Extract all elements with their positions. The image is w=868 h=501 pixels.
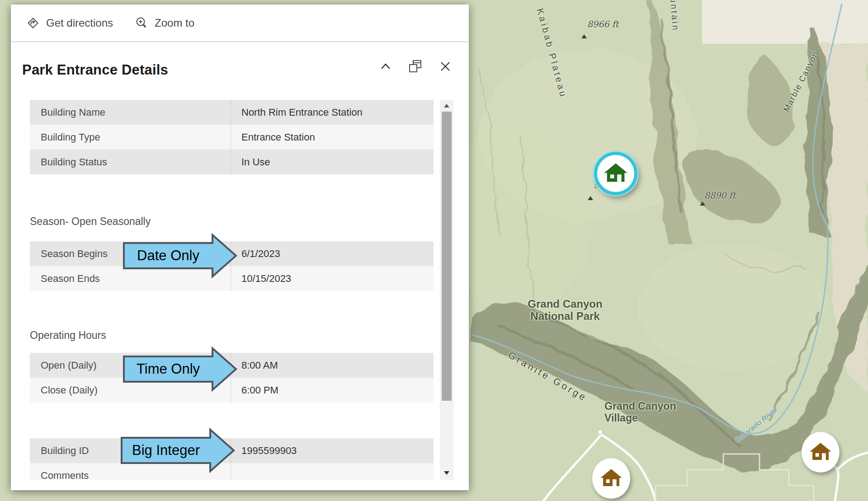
entrance-marker-selected[interactable] <box>594 152 637 195</box>
zoom-to-button[interactable]: Zoom to <box>134 15 194 31</box>
village-point <box>598 430 603 435</box>
annotation-text: Time Only <box>123 356 213 382</box>
entrance-marker-south[interactable] <box>592 458 630 499</box>
map-label-mountain-partial: untain <box>668 0 680 32</box>
annotation-arrow-time-only: Time Only <box>123 347 237 391</box>
collapse-button[interactable] <box>377 58 394 75</box>
field-label: Building Status <box>30 150 231 174</box>
close-icon <box>438 59 453 74</box>
app-stage: Kaibab Plateau untain Marble Canyon Gran… <box>0 0 868 501</box>
scroll-down-arrow[interactable] <box>440 468 453 478</box>
map-label-park-name: Grand Canyon National Park <box>518 298 613 323</box>
peak-marker-9206 <box>588 196 593 200</box>
field-value: North Rim Entrance Station <box>231 107 363 118</box>
table-row: Building Name North Rim Entrance Station <box>30 100 434 125</box>
house-icon <box>604 161 628 186</box>
peak-marker-8890 <box>700 201 705 206</box>
close-button[interactable] <box>437 58 453 75</box>
entrance-marker-east[interactable] <box>802 432 840 473</box>
field-value: Entrance Station <box>231 131 315 143</box>
field-value: 8:00 AM <box>231 360 278 371</box>
window-controls <box>377 58 453 75</box>
field-label: Building Name <box>30 100 231 125</box>
field-value: 1995599903 <box>231 445 297 457</box>
zoom-to-label: Zoom to <box>155 17 194 29</box>
popup-toolbar: Get directions Zoom to <box>11 5 469 42</box>
attribute-table: Building Name North Rim Entrance Station… <box>30 100 434 174</box>
dock-icon <box>408 59 423 74</box>
scroll-up-arrow[interactable] <box>440 101 453 111</box>
field-value: 6:00 PM <box>231 384 278 396</box>
field-value: 6/1/2023 <box>231 248 280 260</box>
directions-icon <box>25 15 41 31</box>
peak-marker-8966 <box>581 34 587 38</box>
zoom-to-icon <box>134 15 149 31</box>
popup-titlebar: Park Entrance Details <box>11 42 469 100</box>
scrollbar-thumb[interactable] <box>442 112 452 401</box>
annotation-text: Date Only <box>123 243 213 268</box>
map-label-village: Grand Canyon Village <box>604 400 695 424</box>
field-label: Building Type <box>30 125 231 150</box>
section-header-hours: Operating Hours <box>30 329 458 341</box>
table-row: Building Type Entrance Station <box>30 125 434 150</box>
table-row: Building Status In Use <box>30 150 434 174</box>
field-value: In Use <box>231 156 270 168</box>
annotation-arrow-date-only: Date Only <box>123 234 237 277</box>
annotation-arrow-big-integer: Big Integer <box>121 429 235 472</box>
popup-title: Park Entrance Details <box>22 62 168 78</box>
house-icon <box>600 467 623 490</box>
peak-label-8890: 8890 ft <box>704 190 736 200</box>
popup-panel: Get directions Zoom to Park Entrance Det… <box>11 5 469 490</box>
attribute-scroll-area: Building Name North Rim Entrance Station… <box>30 100 458 480</box>
section-header-season: Season- Open Seasonally <box>30 215 458 227</box>
peak-label-8966: 8966 ft <box>587 19 618 29</box>
dock-button[interactable] <box>407 58 424 75</box>
annotation-text: Big Integer <box>121 438 211 463</box>
field-value: 10/15/2023 <box>231 273 291 285</box>
vertical-scrollbar[interactable] <box>440 100 453 480</box>
chevron-up-icon <box>378 59 393 74</box>
house-icon <box>809 441 832 464</box>
get-directions-button[interactable]: Get directions <box>25 15 113 31</box>
get-directions-label: Get directions <box>46 17 113 29</box>
